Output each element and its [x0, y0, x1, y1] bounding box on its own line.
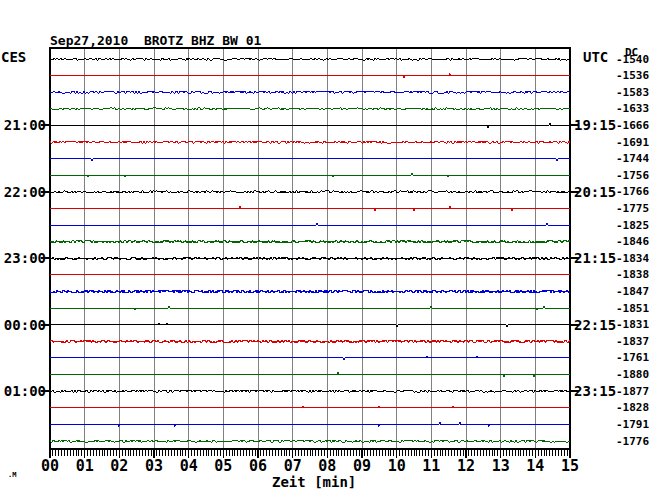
dc-value: -1776 — [616, 436, 649, 447]
seismic-trace — [50, 141, 570, 143]
seismic-trace — [50, 159, 570, 161]
seismic-trace — [50, 91, 570, 93]
dc-value: -1756 — [616, 170, 649, 181]
dc-value: -1666 — [616, 120, 649, 131]
local-hour-label: 01:00 — [0, 384, 46, 398]
seismic-trace — [50, 406, 570, 408]
seismic-trace — [50, 440, 570, 442]
dc-value: -1691 — [616, 137, 649, 148]
dc-value: -1536 — [616, 70, 649, 81]
x-tick-label: 07 — [278, 459, 308, 474]
dc-value: -1791 — [616, 419, 649, 430]
utc-hour-label: 23:15 — [574, 384, 616, 398]
x-tick-label: 00 — [35, 459, 65, 474]
seismic-trace — [50, 306, 570, 310]
x-tick-label: 02 — [104, 459, 134, 474]
dc-value: -1831 — [616, 319, 649, 330]
seismic-trace — [50, 191, 570, 193]
x-tick-label: 11 — [416, 459, 446, 474]
dc-value: -1834 — [616, 253, 649, 264]
seismic-trace — [50, 390, 570, 392]
utc-hour-label: 19:15 — [574, 118, 616, 132]
dc-value: -1744 — [616, 153, 649, 164]
seismic-trace — [50, 323, 570, 327]
utc-hour-label: 21:15 — [574, 251, 616, 265]
x-axis-title: Zeit [min] — [272, 475, 356, 489]
dc-value: -1633 — [616, 103, 649, 114]
seismic-trace — [50, 291, 570, 293]
dc-value: -1838 — [616, 269, 649, 280]
seismic-trace — [50, 373, 570, 377]
local-hour-label: 00:00 — [0, 318, 46, 332]
x-tick-label: 13 — [486, 459, 516, 474]
seismic-trace — [50, 74, 570, 78]
cursor-artifact: .M — [8, 472, 16, 479]
dc-value: -1766 — [616, 186, 649, 197]
seismic-trace — [50, 356, 570, 360]
dc-value: -1877 — [616, 386, 649, 397]
seismogram-viewer-window: Sep27,2010 BROTZ BHZ BW 01 CES UTC 21:00… — [0, 0, 650, 494]
seismic-trace — [50, 257, 570, 259]
seismic-trace — [50, 223, 570, 225]
seismic-trace — [50, 241, 570, 243]
seismic-trace — [50, 108, 570, 110]
dc-value: -1880 — [616, 369, 649, 380]
dc-value: -1846 — [616, 236, 649, 247]
dc-value: -1837 — [616, 336, 649, 347]
dc-value: -1828 — [616, 402, 649, 413]
dc-value: -1761 — [616, 352, 649, 363]
x-tick-label: 15 — [555, 459, 585, 474]
x-tick-label: 01 — [70, 459, 100, 474]
x-tick-label: 03 — [139, 459, 169, 474]
seismic-trace — [50, 422, 570, 426]
dc-value: -1775 — [616, 203, 649, 214]
seismic-trace — [50, 173, 570, 177]
seismic-trace — [50, 123, 570, 127]
dc-value: -1583 — [616, 87, 649, 98]
dc-value: -1847 — [616, 286, 649, 297]
x-tick-label: 14 — [520, 459, 550, 474]
local-hour-label: 22:00 — [0, 185, 46, 199]
utc-hour-label: 22:15 — [574, 318, 616, 332]
x-tick-label: 08 — [312, 459, 342, 474]
x-tick-label: 04 — [174, 459, 204, 474]
x-tick-label: 12 — [451, 459, 481, 474]
local-hour-label: 21:00 — [0, 118, 46, 132]
seismic-trace — [50, 58, 570, 60]
seismic-trace — [50, 206, 570, 210]
x-tick-label: 09 — [347, 459, 377, 474]
local-hour-label: 23:00 — [0, 251, 46, 265]
dc-column-label: DC — [625, 47, 638, 58]
seismic-trace — [50, 340, 570, 342]
x-tick-label: 10 — [382, 459, 412, 474]
dc-value: -1825 — [616, 220, 649, 231]
utc-hour-label: 20:15 — [574, 185, 616, 199]
x-tick-label: 06 — [243, 459, 273, 474]
x-tick-label: 05 — [208, 459, 238, 474]
dc-value: -1851 — [616, 303, 649, 314]
seismogram-plot[interactable] — [0, 0, 650, 494]
